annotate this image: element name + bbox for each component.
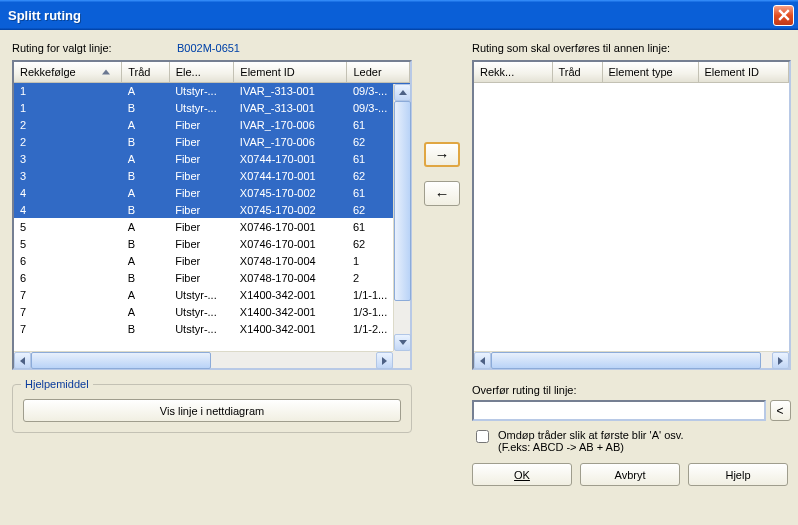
scroll-corner [393,351,410,368]
table-row[interactable]: 2BFiberIVAR_-170-00662 [14,133,410,150]
column-header[interactable]: Tråd [122,62,169,82]
chevron-left-icon [20,357,25,365]
table-cell: 1 [14,99,122,116]
move-right-button[interactable]: → [424,142,460,167]
right-label: Ruting som skal overføres til annen linj… [472,42,670,54]
table-cell: Fiber [169,167,234,184]
scroll-right-button[interactable] [376,352,393,369]
left-vscrollbar[interactable] [393,84,410,351]
scroll-left-button[interactable] [474,352,491,369]
scroll-right-button[interactable] [772,352,789,369]
table-cell: 6 [14,269,122,286]
scroll-thumb[interactable] [394,101,411,301]
column-header[interactable]: Rekk... [474,62,552,82]
table-cell: B [122,133,169,150]
table-cell: Fiber [169,252,234,269]
scroll-up-button[interactable] [394,84,411,101]
table-cell: X0748-170-004 [234,269,347,286]
chevron-right-icon [382,357,387,365]
table-cell: X0746-170-001 [234,218,347,235]
rename-checkbox[interactable] [476,430,489,443]
table-row[interactable]: 5BFiberX0746-170-00162 [14,235,410,252]
table-row[interactable]: 7BUtstyr-...X1400-342-0011/1-2... [14,320,410,337]
arrow-left-icon: ← [435,185,450,202]
table-cell: A [122,150,169,167]
table-cell: 1 [14,82,122,99]
browse-button[interactable]: < [770,400,791,421]
table-row[interactable]: 7AUtstyr-...X1400-342-0011/3-1... [14,303,410,320]
help-groupbox: Hjelpemiddel Vis linje i nettdiagram [12,384,412,433]
table-cell: X0745-170-002 [234,184,347,201]
table-cell: X1400-342-001 [234,303,347,320]
close-icon [778,9,790,21]
table-cell: 2 [14,116,122,133]
table-row[interactable]: 4AFiberX0745-170-00261 [14,184,410,201]
table-cell: A [122,116,169,133]
left-hscrollbar[interactable] [14,351,393,368]
close-button[interactable] [773,5,794,26]
table-cell: 7 [14,303,122,320]
table-cell: 7 [14,320,122,337]
table-row[interactable]: 7AUtstyr-...X1400-342-0011/1-1... [14,286,410,303]
right-column: Ruting som skal overføres til annen linj… [472,42,791,517]
table-cell: 3 [14,150,122,167]
transfer-input[interactable] [472,400,766,421]
table-cell: Fiber [169,269,234,286]
scroll-left-button[interactable] [14,352,31,369]
table-cell: X0744-170-001 [234,167,347,184]
table-cell: 5 [14,218,122,235]
table-row[interactable]: 1AUtstyr-...IVAR_-313-00109/3-... [14,82,410,99]
column-header[interactable]: Leder [347,62,410,82]
table-row[interactable]: 3BFiberX0744-170-00162 [14,167,410,184]
table-cell: B [122,167,169,184]
column-header[interactable]: Tråd [552,62,602,82]
table-cell: Utstyr-... [169,320,234,337]
table-row[interactable]: 3AFiberX0744-170-00161 [14,150,410,167]
table-cell: B [122,99,169,116]
table-cell: X0746-170-001 [234,235,347,252]
scroll-thumb[interactable] [491,352,761,369]
help-button[interactable]: Hjelp [688,463,788,486]
column-header[interactable]: Ele... [169,62,234,82]
table-cell: X0745-170-002 [234,201,347,218]
column-header[interactable]: Rekkefølge [14,62,122,82]
titlebar: Splitt ruting [0,0,798,30]
column-header[interactable]: Element ID [698,62,788,82]
table-cell: A [122,303,169,320]
table-cell: Utstyr-... [169,99,234,116]
table-row[interactable]: 5AFiberX0746-170-00161 [14,218,410,235]
table-cell: IVAR_-313-001 [234,99,347,116]
table-row[interactable]: 6BFiberX0748-170-0042 [14,269,410,286]
table-cell: A [122,82,169,99]
table-cell: Utstyr-... [169,82,234,99]
ok-button[interactable]: OK [472,463,572,486]
left-table[interactable]: RekkefølgeTrådEle...Element IDLeder 1AUt… [12,60,412,370]
cancel-button[interactable]: Avbryt [580,463,680,486]
table-cell: B [122,201,169,218]
move-left-button[interactable]: ← [424,181,460,206]
table-cell: Fiber [169,235,234,252]
arrow-right-icon: → [435,146,450,163]
help-legend: Hjelpemiddel [21,378,93,390]
chevron-right-icon [778,357,783,365]
table-row[interactable]: 2AFiberIVAR_-170-00661 [14,116,410,133]
table-cell: Utstyr-... [169,303,234,320]
table-cell: A [122,286,169,303]
scroll-thumb[interactable] [31,352,211,369]
table-cell: A [122,252,169,269]
table-cell: IVAR_-313-001 [234,82,347,99]
dialog-content: Ruting for valgt linje: B002M-0651 Rekke… [0,30,798,525]
table-row[interactable]: 6AFiberX0748-170-0041 [14,252,410,269]
table-cell: Fiber [169,218,234,235]
show-line-button[interactable]: Vis linje i nettdiagram [23,399,401,422]
left-value: B002M-0651 [177,42,240,54]
table-cell: X0748-170-004 [234,252,347,269]
column-header[interactable]: Element ID [234,62,347,82]
column-header[interactable]: Element type [602,62,698,82]
right-table[interactable]: Rekk...TrådElement typeElement ID [472,60,791,370]
scroll-down-button[interactable] [394,334,411,351]
left-label: Ruting for valgt linje: [12,42,177,54]
table-row[interactable]: 4BFiberX0745-170-00262 [14,201,410,218]
table-row[interactable]: 1BUtstyr-...IVAR_-313-00109/3-... [14,99,410,116]
right-hscrollbar[interactable] [474,351,789,368]
